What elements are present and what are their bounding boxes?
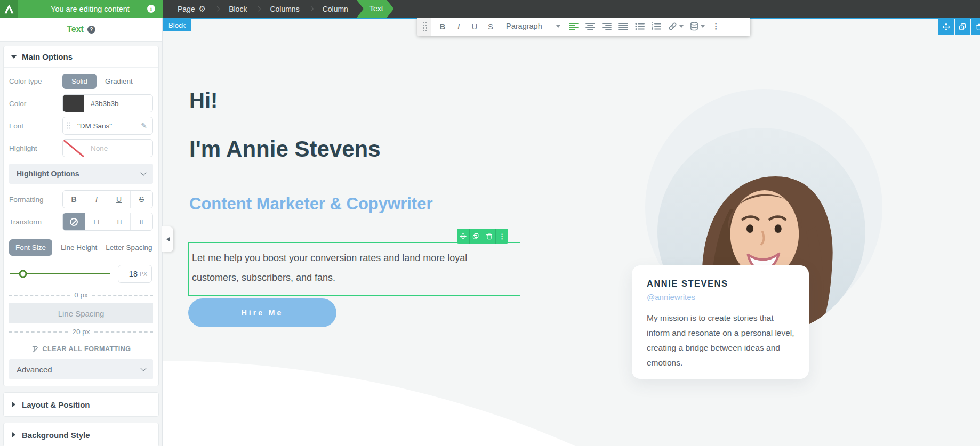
profile-handle[interactable]: @anniewrites	[647, 293, 794, 302]
section-background-style[interactable]: Background Style	[3, 423, 159, 446]
link-dropdown[interactable]	[665, 18, 687, 36]
dashed-line	[9, 295, 70, 296]
avada-logo-icon	[4, 4, 14, 14]
drag-handle-icon	[422, 21, 427, 31]
clone-element-button[interactable]	[469, 229, 482, 244]
transform-uppercase-button[interactable]: TT	[85, 213, 107, 230]
main-options-body: Color type Solid Gradient Color #3b3b3b	[4, 68, 158, 386]
align-justify-icon	[618, 22, 628, 30]
dashed-line	[9, 331, 68, 333]
clear-formatting-button[interactable]: CLEAR ALL FORMATTING	[9, 345, 153, 353]
block-tag[interactable]: Block	[163, 19, 191, 31]
toolbar-more-button[interactable]: ⋮	[710, 21, 722, 31]
sidebar-collapse-button[interactable]	[162, 226, 173, 252]
color-input[interactable]: #3b3b3b	[62, 94, 153, 112]
section-layout-position[interactable]: Layout & Position	[3, 392, 159, 417]
toolbar-strikethrough-button[interactable]: S	[483, 18, 499, 36]
breadcrumb-columns[interactable]: Columns	[267, 0, 302, 18]
color-type-label: Color type	[9, 77, 62, 85]
info-icon[interactable]: i	[147, 5, 155, 13]
hire-me-button[interactable]: Hire Me	[188, 298, 336, 327]
selected-text-element[interactable]: Let me help you boost your conversion ra…	[188, 242, 520, 296]
gear-icon[interactable]: ⚙	[199, 5, 206, 13]
bold-button[interactable]: B	[63, 191, 85, 208]
highlight-options-toggle[interactable]: Highlight Options	[9, 164, 153, 184]
spacing-top-value[interactable]: 0 px	[74, 291, 88, 299]
main-options-header[interactable]: Main Options	[4, 46, 158, 68]
highlight-row: Highlight None	[9, 137, 153, 159]
highlight-placeholder[interactable]: None	[84, 144, 152, 152]
move-block-button[interactable]	[938, 19, 954, 35]
color-row: Color #3b3b3b	[9, 92, 153, 115]
tab-line-height[interactable]: Line Height	[61, 244, 97, 252]
breadcrumb-page[interactable]: Page ⚙	[174, 0, 209, 18]
tab-font-size[interactable]: Font Size	[9, 239, 52, 256]
font-size-slider[interactable]	[10, 273, 110, 274]
help-icon[interactable]: ?	[87, 26, 95, 34]
role-heading[interactable]: Content Marketer & Copywriter	[189, 194, 432, 214]
transform-label: Transform	[9, 218, 62, 226]
spacing-bottom-value[interactable]: 20 px	[72, 328, 90, 336]
profile-card[interactable]: ANNIE STEVENS @anniewrites My mission is…	[632, 265, 809, 379]
transform-lowercase-button[interactable]: tt	[130, 213, 152, 230]
no-transform-icon	[70, 218, 78, 226]
toolbar-italic-button[interactable]: I	[451, 18, 467, 36]
pitch-text[interactable]: Let me help you boost your conversion ra…	[192, 248, 507, 288]
font-value[interactable]: "DM Sans"	[71, 122, 135, 130]
breadcrumb-block[interactable]: Block	[226, 0, 250, 18]
paragraph-style-label: Paragraph	[506, 22, 542, 30]
align-right-button[interactable]	[599, 18, 615, 36]
transform-none-button[interactable]	[63, 213, 85, 230]
transform-group: TT Tt tt	[62, 213, 153, 231]
bullet-list-button[interactable]	[632, 18, 648, 36]
dashed-line	[94, 331, 153, 333]
chevron-right-icon	[308, 6, 314, 12]
triangle-right-icon	[12, 432, 15, 437]
highlight-input[interactable]: None	[62, 139, 153, 157]
font-size-value[interactable]: 18	[129, 270, 138, 278]
slider-knob[interactable]	[19, 270, 27, 278]
delete-element-button[interactable]	[483, 229, 495, 244]
color-type-solid-button[interactable]: Solid	[62, 74, 97, 89]
color-type-gradient-button[interactable]: Gradient	[105, 77, 133, 85]
breadcrumb-column[interactable]: Column	[319, 0, 351, 18]
move-icon	[942, 23, 950, 31]
pencil-icon[interactable]: ✎	[135, 121, 152, 130]
align-left-button[interactable]	[566, 18, 582, 36]
greeting-heading[interactable]: Hi!	[189, 88, 218, 112]
transform-row: Transform TT Tt tt	[9, 210, 153, 233]
no-color-swatch-icon[interactable]	[63, 140, 84, 157]
align-center-icon	[585, 22, 595, 30]
clone-block-button[interactable]	[955, 19, 970, 35]
toolbar-drag-handle[interactable]	[417, 18, 431, 36]
toolbar-bold-button[interactable]: B	[435, 18, 451, 36]
toolbar-underline-button[interactable]: U	[467, 18, 483, 36]
database-icon	[690, 22, 698, 31]
avada-logo[interactable]	[0, 0, 18, 18]
editing-banner: You are editing content i	[18, 0, 163, 18]
transform-capitalize-button[interactable]: Tt	[108, 213, 130, 230]
delete-block-button[interactable]	[971, 19, 980, 35]
color-value[interactable]: #3b3b3b	[84, 100, 152, 108]
profile-name: ANNIE STEVENS	[647, 279, 794, 289]
paragraph-style-dropdown[interactable]: Paragraph	[499, 22, 566, 30]
line-spacing-box[interactable]: Line Spacing	[9, 303, 153, 323]
align-justify-button[interactable]	[615, 18, 632, 36]
align-center-button[interactable]	[582, 18, 599, 36]
font-input[interactable]: "DM Sans" ✎	[62, 117, 153, 135]
breadcrumb-text-active[interactable]: Text	[357, 0, 394, 18]
strikethrough-button[interactable]: S	[130, 191, 152, 208]
numbered-list-button[interactable]	[648, 18, 665, 36]
underline-button[interactable]: U	[108, 191, 130, 208]
font-size-input[interactable]: 18 PX	[118, 265, 152, 283]
dynamic-data-dropdown[interactable]	[687, 18, 708, 36]
intro-heading[interactable]: I'm Annie Stevens	[189, 136, 381, 162]
element-more-button[interactable]: ⋮	[495, 229, 508, 244]
triangle-left-icon	[166, 237, 170, 241]
italic-button[interactable]: I	[85, 191, 107, 208]
font-row: Font "DM Sans" ✎	[9, 115, 153, 137]
move-element-button[interactable]	[457, 229, 469, 244]
color-swatch[interactable]	[63, 95, 84, 112]
tab-letter-spacing[interactable]: Letter Spacing	[106, 244, 152, 252]
advanced-toggle[interactable]: Advanced	[9, 359, 153, 379]
